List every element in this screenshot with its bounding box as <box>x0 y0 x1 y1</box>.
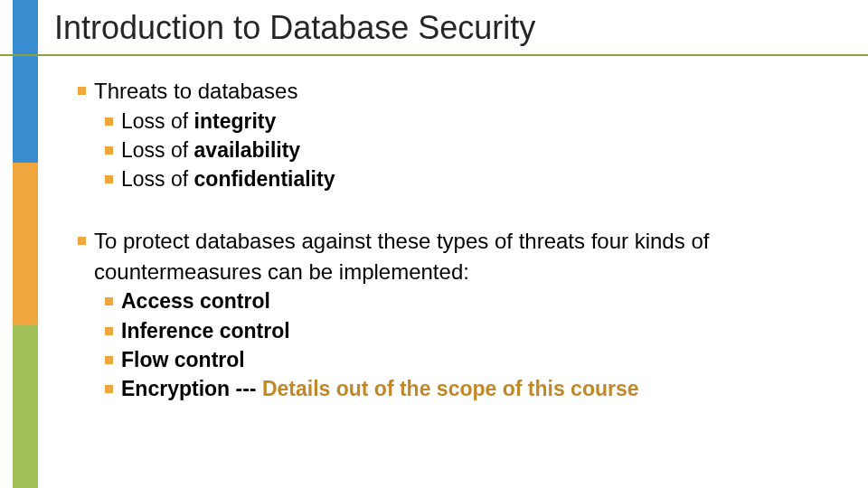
title-rule <box>0 54 868 56</box>
bullet-access-control: Access control <box>101 286 843 315</box>
bold: availability <box>194 138 301 162</box>
stripe-blue <box>13 0 38 163</box>
bullet-inference-control: Inference control <box>101 316 843 345</box>
bullet-confidentiality: Loss of confidentiality <box>101 164 843 193</box>
txt: Loss of <box>121 109 194 133</box>
bold: confidentiality <box>194 167 335 191</box>
bullet-threats: Threats to databases <box>74 76 843 107</box>
txt: Loss of <box>121 167 194 191</box>
stripe-green <box>13 325 38 488</box>
bold: integrity <box>194 109 277 133</box>
txt: Loss of <box>121 138 194 162</box>
content: Threats to databases Loss of integrity L… <box>74 76 843 403</box>
bullet-flow-control: Flow control <box>101 345 843 374</box>
bold: Access control <box>121 289 270 313</box>
bold: Encryption --- <box>121 377 262 400</box>
bullet-countermeasures: To protect databases against these types… <box>74 226 843 286</box>
bullet-integrity: Loss of integrity <box>101 107 843 136</box>
highlight: Details out of the scope of this course <box>262 377 639 400</box>
bold: Flow control <box>121 348 245 371</box>
page-title: Introduction to Database Security <box>54 9 535 47</box>
bullet-encryption: Encryption --- Details out of the scope … <box>101 374 843 403</box>
bold: Inference control <box>121 319 290 343</box>
stripe-gold <box>13 163 38 325</box>
slide: Introduction to Database Security Threat… <box>0 0 868 488</box>
spacer <box>74 193 843 226</box>
bullet-availability: Loss of availability <box>101 136 843 164</box>
